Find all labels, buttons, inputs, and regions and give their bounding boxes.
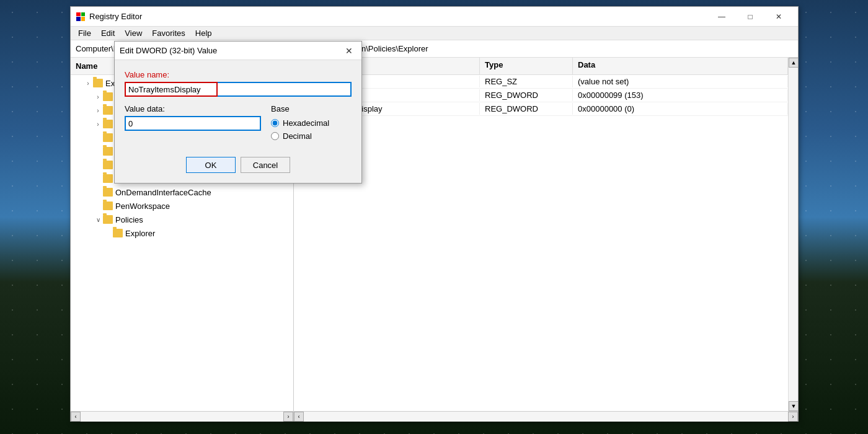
right-vscrollbar: ▲ ▼: [788, 58, 798, 411]
tree-item-penworkspace[interactable]: › PenWorkspace: [71, 199, 293, 213]
dialog-title-text: Edit DWORD (32-bit) Value: [120, 46, 342, 55]
folder-icon-explorer-child: [113, 229, 123, 237]
col-header-type: Type: [480, 58, 573, 74]
regedit-app-icon: [76, 12, 86, 22]
value-name-row: [125, 82, 352, 97]
radio-hexadecimal[interactable]: Hexadecimal: [271, 118, 352, 128]
cell-type-0: REG_SZ: [480, 76, 573, 87]
folder-icon-explorer: [93, 79, 103, 87]
cell-type-2: REG_DWORD: [480, 103, 573, 115]
left-hscrollbar: ‹ ›: [71, 412, 294, 421]
bottom-scrollbar-bar: ‹ › ‹ ›: [71, 411, 798, 421]
col-header-data: Data: [573, 58, 788, 74]
title-bar: Registry Editor — □ ✕: [71, 7, 798, 27]
cell-data-1: 0x00000099 (153): [573, 89, 788, 101]
tree-arrow-policies: ∨: [93, 215, 103, 224]
table-row[interactable]: NoTrayItemsDisplay REG_DWORD 0x00000000 …: [294, 102, 788, 116]
menu-favorites[interactable]: Favorites: [147, 27, 190, 39]
tree-header-label: Name: [76, 61, 97, 71]
folder-icon-lock-screen: [103, 147, 113, 156]
radio-hexadecimal-input[interactable]: [271, 119, 279, 127]
tree-arrow-immersiveshell: ›: [93, 92, 103, 102]
tree-item-ondemand[interactable]: › OnDemandInterfaceCache: [71, 185, 293, 199]
tree-arrow-explorer: ›: [83, 78, 93, 88]
close-button[interactable]: ✕: [764, 7, 793, 27]
cell-data-2: 0x00000000 (0): [573, 103, 788, 115]
cancel-button[interactable]: Cancel: [241, 157, 290, 173]
tree-label-penworkspace: PenWorkspace: [115, 202, 170, 211]
radio-decimal-input[interactable]: [271, 132, 279, 140]
value-name-group: Value name:: [125, 70, 352, 97]
tree-arrow-installservice: ›: [93, 105, 103, 115]
maximize-button[interactable]: □: [736, 7, 764, 27]
edit-dword-dialog: Edit DWORD (32-bit) Value ✕ Value name:: [114, 41, 362, 184]
radio-decimal-label: Decimal: [283, 131, 312, 141]
folder-icon-mobility: [103, 161, 113, 169]
right-panel-header: Name Type Data: [294, 58, 788, 75]
table-row[interactable]: (Default) REG_SZ (value not set): [294, 75, 788, 89]
left-scroll-track[interactable]: [81, 412, 283, 422]
window-title: Registry Editor: [89, 12, 707, 21]
cell-data-0: (value not set): [573, 76, 788, 87]
folder-icon-live: [103, 133, 113, 142]
left-scroll-left-btn[interactable]: ‹: [71, 412, 81, 422]
value-data-input[interactable]: [125, 116, 261, 131]
right-panel: Name Type Data (Default) REG_SZ (value n…: [294, 58, 788, 411]
folder-icon-penworkspace: [103, 202, 113, 210]
menu-view[interactable]: View: [120, 27, 147, 39]
base-title: Base: [271, 104, 352, 113]
dialog-overlay: Edit DWORD (32-bit) Value ✕ Value name:: [114, 41, 362, 184]
base-group: Base Hexadecimal Decimal: [271, 104, 352, 144]
value-data-group: Value data:: [125, 104, 261, 144]
value-data-label: Value data:: [125, 104, 261, 113]
value-name-input[interactable]: [125, 82, 218, 97]
menu-file[interactable]: File: [73, 27, 96, 39]
vscroll-track[interactable]: [789, 68, 798, 401]
registry-editor-window: Registry Editor — □ ✕ File Edit View Fav…: [70, 6, 799, 422]
tree-arrow-internet-settings: ›: [93, 119, 103, 129]
right-scroll-right-btn[interactable]: ›: [788, 412, 798, 422]
table-row[interactable]: AutoRun REG_DWORD 0x00000099 (153): [294, 89, 788, 102]
folder-icon-policies: [103, 215, 113, 224]
dialog-close-button[interactable]: ✕: [342, 43, 356, 58]
dialog-buttons: OK Cancel: [125, 154, 352, 173]
value-name-rest: [218, 82, 352, 97]
ok-button[interactable]: OK: [186, 157, 236, 173]
tree-item-policies[interactable]: ∨ Policies: [71, 213, 293, 226]
folder-icon-ondemand: [103, 188, 113, 197]
menu-help[interactable]: Help: [190, 27, 217, 39]
radio-decimal[interactable]: Decimal: [271, 131, 352, 141]
folder-icon-immersiveshell: [103, 92, 113, 101]
menu-bar: File Edit View Favorites Help: [71, 27, 798, 40]
folder-icon-internet-settings: [103, 120, 113, 128]
minimize-button[interactable]: —: [707, 7, 736, 27]
radio-hexadecimal-label: Hexadecimal: [283, 118, 329, 128]
menu-edit[interactable]: Edit: [96, 27, 120, 39]
vscroll-up-btn[interactable]: ▲: [789, 58, 798, 68]
folder-icon-installservice: [103, 106, 113, 115]
dialog-body: Value name: Value data: Base: [115, 60, 361, 183]
left-scroll-right-btn[interactable]: ›: [283, 412, 293, 422]
tree-label-policies: Policies: [115, 215, 143, 224]
dialog-title-bar: Edit DWORD (32-bit) Value ✕: [115, 42, 361, 60]
tree-label-explorer-child: Explorer: [125, 229, 155, 238]
cell-type-1: REG_DWORD: [480, 89, 573, 101]
folder-icon-notifications: [103, 174, 113, 183]
window-controls: — □ ✕: [707, 7, 793, 27]
right-scroll-track[interactable]: [304, 412, 788, 422]
right-hscrollbar: ‹ ›: [294, 412, 798, 421]
lower-section: Value data: Base Hexadecimal Decimal: [125, 104, 352, 144]
tree-item-explorer-child[interactable]: › Explorer: [71, 226, 293, 240]
right-panel-content: (Default) REG_SZ (value not set) AutoRun…: [294, 75, 788, 411]
vscroll-down-btn[interactable]: ▼: [789, 401, 798, 411]
value-name-label: Value name:: [125, 70, 352, 79]
right-scroll-left-btn[interactable]: ‹: [294, 412, 304, 422]
tree-label-ondemand: OnDemandInterfaceCache: [115, 188, 211, 197]
